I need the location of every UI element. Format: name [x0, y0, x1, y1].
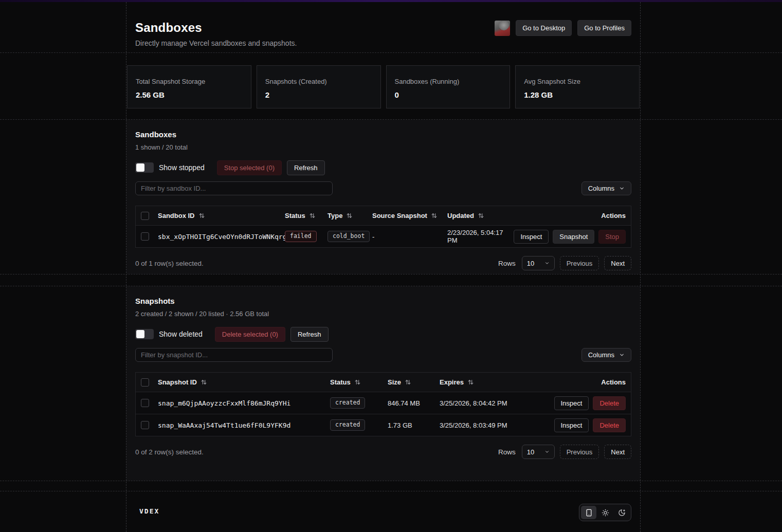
col-actions: Actions [601, 378, 631, 386]
status-badge: failed [285, 231, 317, 242]
previous-page-button[interactable]: Previous [560, 445, 599, 459]
col-updated[interactable]: Updated [447, 212, 474, 219]
col-expires[interactable]: Expires [440, 378, 464, 386]
stat-card-snapshots-created: Snapshots (Created) 2 [257, 65, 381, 108]
row-checkbox[interactable] [141, 399, 149, 407]
rows-per-page-value: 10 [527, 260, 534, 267]
snapshot-filter-input[interactable] [135, 348, 333, 362]
stats-row: Total Snapshot Storage 2.56 GB Snapshots… [126, 65, 640, 108]
size-value: 846.74 MB [388, 399, 440, 407]
show-stopped-label: Show stopped [159, 163, 205, 172]
snapshot-row: snap_m6QjpAAoyzzcFxxMlf86mJRq9YHi create… [136, 392, 631, 414]
page: Sandboxes Directly manage Vercel sandbox… [0, 0, 782, 532]
snapshots-section: Snapshots 2 created / 2 shown / 20 liste… [126, 286, 640, 481]
delete-button[interactable]: Delete [593, 396, 626, 410]
separator [0, 274, 782, 274]
delete-selected-button[interactable]: Delete selected (0) [215, 327, 285, 342]
separator [0, 481, 782, 481]
col-status[interactable]: Status [285, 212, 305, 219]
col-type[interactable]: Type [328, 212, 342, 219]
col-size[interactable]: Size [388, 378, 401, 386]
sort-icon[interactable] [201, 379, 207, 386]
columns-label: Columns [588, 351, 614, 359]
select-all-checkbox[interactable] [141, 212, 149, 220]
stop-selected-button[interactable]: Stop selected (0) [217, 160, 282, 175]
expires-value: 3/25/2026, 8:04:42 PM [440, 399, 554, 407]
sandbox-columns-dropdown[interactable]: Columns [581, 181, 631, 195]
theme-system-button[interactable] [581, 506, 596, 519]
refresh-button[interactable]: Refresh [290, 327, 329, 342]
snapshots-table-header: Snapshot ID Status Size Expires Actions [136, 373, 631, 392]
page-footer: VDEX [126, 491, 640, 532]
expires-value: 3/25/2026, 8:03:49 PM [440, 421, 554, 429]
stat-value: 0 [395, 90, 502, 99]
rows-label: Rows [498, 448, 516, 456]
go-to-profiles-button[interactable]: Go to Profiles [577, 20, 631, 36]
stat-card-avg-snapshot-size: Avg Snapshot Size 1.28 GB [515, 65, 640, 108]
status-badge: created [330, 397, 365, 409]
snapshot-button[interactable]: Snapshot [553, 230, 594, 244]
show-deleted-label: Show deleted [159, 330, 203, 338]
status-badge: created [330, 419, 365, 431]
row-checkbox[interactable] [141, 421, 149, 429]
inspect-button[interactable]: Inspect [554, 418, 589, 432]
avatar[interactable] [495, 21, 510, 36]
sort-icon[interactable] [354, 379, 361, 386]
sort-icon[interactable] [198, 212, 205, 219]
snapshots-section-title: Snapshots [135, 297, 631, 305]
col-snapshot-id[interactable]: Snapshot ID [158, 378, 197, 386]
select-all-checkbox[interactable] [141, 378, 149, 387]
show-deleted-toggle[interactable] [135, 329, 154, 339]
sort-icon[interactable] [405, 379, 411, 386]
sort-icon[interactable] [467, 379, 474, 386]
chevron-down-icon [544, 449, 550, 454]
sandbox-row: sbx_xOpTHOITg6CveOYn0dRJToWNKqrg failed … [136, 225, 631, 247]
rows-per-page-select[interactable]: 10 [522, 256, 555, 270]
sort-icon[interactable] [431, 212, 438, 219]
size-value: 1.73 GB [388, 421, 440, 429]
next-page-button[interactable]: Next [604, 445, 631, 459]
col-source-snapshot[interactable]: Source Snapshot [372, 212, 427, 219]
theme-dark-button[interactable] [614, 506, 629, 519]
previous-page-button[interactable]: Previous [560, 256, 599, 270]
updated-value: 2/23/2026, 5:04:17 PM [447, 229, 514, 244]
sort-icon[interactable] [478, 212, 484, 219]
separator [0, 52, 782, 53]
page-header: Sandboxes Directly manage Vercel sandbox… [126, 2, 640, 52]
sandboxes-section: Sandboxes 1 shown / 20 total Show stoppe… [126, 120, 640, 274]
page-subtitle: Directly manage Vercel sandboxes and sna… [135, 39, 640, 47]
row-checkbox[interactable] [141, 232, 149, 241]
sandboxes-section-title: Sandboxes [135, 130, 631, 139]
refresh-button[interactable]: Refresh [287, 160, 325, 175]
sort-icon[interactable] [309, 212, 316, 219]
theme-switcher [579, 504, 631, 521]
chevron-down-icon [544, 261, 550, 266]
sandboxes-summary: 1 shown / 20 total [135, 143, 631, 151]
sort-icon[interactable] [346, 212, 353, 219]
source-snapshot-value: - [372, 233, 447, 241]
sandboxes-table-header: Sandbox ID Status Type Source Snapshot U… [136, 206, 631, 225]
type-badge: cold_boot [328, 231, 370, 242]
theme-light-button[interactable] [597, 506, 613, 519]
rows-per-page-value: 10 [527, 448, 534, 456]
snapshot-row: snap_WaAAxaj54Tw4Tt1ue6fF0L9YFK9d create… [136, 414, 631, 436]
rows-selected-text: 0 of 1 row(s) selected. [135, 260, 204, 267]
rows-per-page-select[interactable]: 10 [522, 445, 555, 459]
sandbox-id: sbx_xOpTHOITg6CveOYn0dRJToWNKqrg [153, 233, 285, 241]
snapshot-columns-dropdown[interactable]: Columns [581, 348, 631, 362]
columns-label: Columns [588, 185, 614, 192]
snapshot-id: snap_m6QjpAAoyzzcFxxMlf86mJRq9YHi [153, 399, 330, 407]
inspect-button[interactable]: Inspect [514, 230, 549, 244]
delete-button[interactable]: Delete [593, 418, 626, 432]
toggle-knob [136, 163, 144, 172]
show-stopped-toggle[interactable] [135, 162, 154, 173]
col-status[interactable]: Status [330, 378, 351, 386]
sandbox-filter-input[interactable] [135, 181, 333, 195]
chevron-down-icon [619, 186, 625, 191]
go-to-desktop-button[interactable]: Go to Desktop [516, 20, 572, 36]
col-sandbox-id[interactable]: Sandbox ID [158, 212, 195, 219]
stat-value: 2.56 GB [136, 90, 243, 99]
inspect-button[interactable]: Inspect [554, 396, 589, 410]
next-page-button[interactable]: Next [604, 256, 631, 270]
stop-button[interactable]: Stop [598, 230, 626, 244]
